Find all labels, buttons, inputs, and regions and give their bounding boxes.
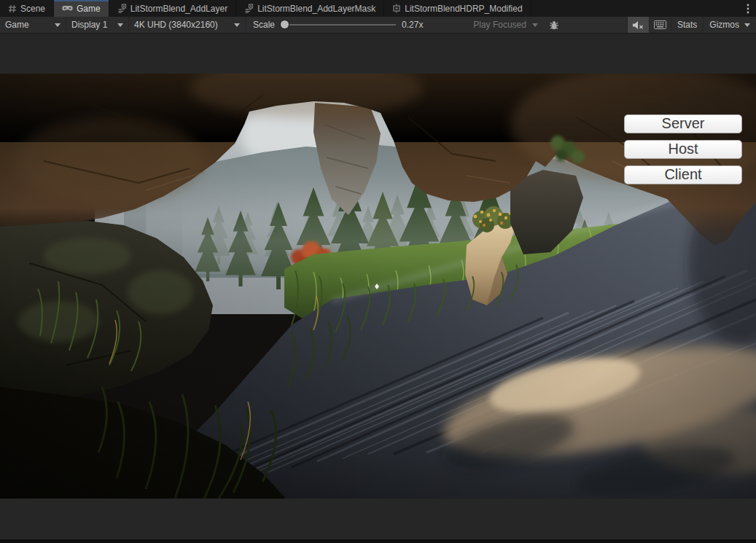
scale-slider-knob[interactable] bbox=[281, 20, 289, 28]
scale-control: Scale 0.27x bbox=[246, 17, 430, 33]
tab-bar: Scene Game LitStormBlend_AddLayer LitSto… bbox=[0, 0, 756, 17]
game-render[interactable]: Server Host Client bbox=[0, 74, 756, 499]
tab-game[interactable]: Game bbox=[54, 0, 109, 17]
tab-label: LitStormBlend_AddLayer bbox=[130, 4, 227, 14]
network-buttons-overlay: Server Host Client bbox=[624, 114, 742, 184]
tab-scene[interactable]: Scene bbox=[0, 0, 54, 17]
scale-slider-track[interactable] bbox=[281, 24, 396, 26]
game-view-toolbar: Game Display 1 4K UHD (3840x2160) Scale … bbox=[0, 17, 756, 34]
game-viewport: Server Host Client bbox=[0, 34, 756, 539]
tab-label: Game bbox=[77, 4, 101, 14]
tab-label: LitStormBlend_AddLayerMask bbox=[257, 4, 375, 14]
play-focused-label: Play Focused bbox=[473, 20, 526, 30]
unity-editor-game-view: { "window": { "tabs": [ { "label": "Scen… bbox=[0, 0, 756, 543]
toolbar-right-group: Stats Gizmos bbox=[627, 17, 756, 33]
gamepad-icon bbox=[62, 5, 73, 12]
tab-label: LitStormBlendHDRP_Modified bbox=[405, 4, 522, 14]
shader-asset-icon bbox=[392, 4, 401, 13]
stats-button[interactable]: Stats bbox=[671, 17, 703, 33]
window-bottom-edge bbox=[0, 539, 756, 543]
tab-litstormblend-addlayer[interactable]: LitStormBlend_AddLayer bbox=[109, 0, 236, 17]
play-focused-dropdown[interactable]: Play Focused bbox=[467, 17, 544, 33]
chevron-down-icon bbox=[744, 23, 750, 27]
chevron-down-icon bbox=[532, 23, 538, 27]
chevron-down-icon bbox=[117, 23, 123, 27]
keyboard-icon[interactable] bbox=[650, 17, 671, 33]
server-button[interactable]: Server bbox=[624, 114, 742, 133]
client-button[interactable]: Client bbox=[624, 165, 742, 184]
scale-slider[interactable] bbox=[281, 20, 396, 30]
resolution-dropdown[interactable]: 4K UHD (3840x2160) bbox=[129, 17, 246, 33]
chevron-down-icon bbox=[55, 23, 61, 27]
host-button[interactable]: Host bbox=[624, 140, 742, 159]
mute-audio-icon[interactable] bbox=[628, 17, 649, 33]
shader-graph-icon bbox=[244, 4, 254, 13]
kebab-menu-icon[interactable] bbox=[740, 0, 756, 17]
tab-litstormblend-addlayermask[interactable]: LitStormBlend_AddLayerMask bbox=[236, 0, 384, 17]
display-dropdown-value: Display 1 bbox=[71, 20, 107, 30]
tab-litstormblendhdrp-modified[interactable]: LitStormBlendHDRP_Modified bbox=[384, 0, 531, 17]
scale-label: Scale bbox=[253, 20, 275, 30]
gizmos-label: Gizmos bbox=[709, 20, 739, 30]
stats-label: Stats bbox=[677, 20, 697, 30]
grid-icon bbox=[8, 4, 17, 13]
chevron-down-icon bbox=[234, 23, 240, 27]
shader-graph-icon bbox=[117, 4, 127, 13]
aspect-dropdown[interactable]: Game bbox=[0, 17, 66, 33]
scale-value: 0.27x bbox=[402, 20, 423, 30]
gizmos-dropdown[interactable]: Gizmos bbox=[704, 17, 756, 33]
resolution-dropdown-value: 4K UHD (3840x2160) bbox=[134, 20, 218, 30]
tab-label: Scene bbox=[20, 4, 45, 14]
aspect-dropdown-value: Game bbox=[5, 20, 29, 30]
display-dropdown[interactable]: Display 1 bbox=[66, 17, 129, 33]
bug-icon[interactable] bbox=[544, 17, 564, 33]
